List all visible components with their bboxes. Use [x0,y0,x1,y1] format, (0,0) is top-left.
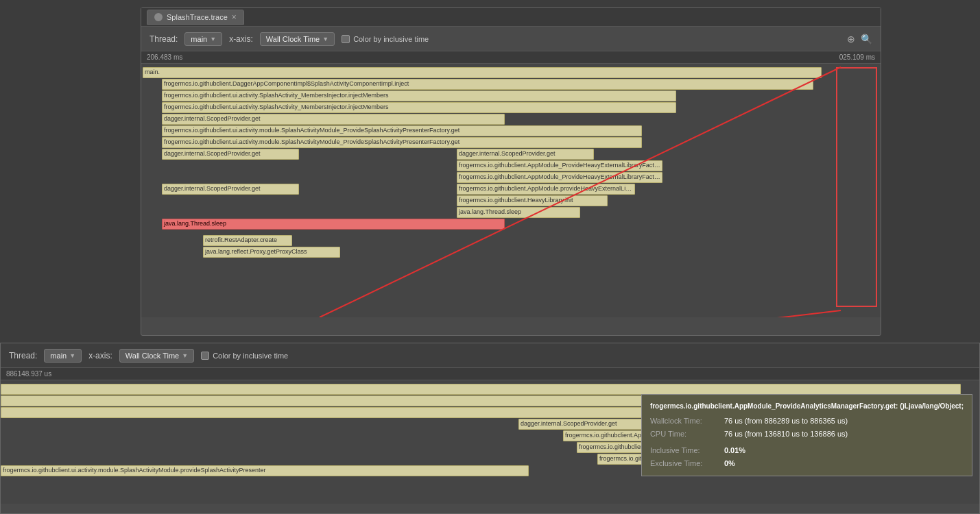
search-icon[interactable]: 🔍 [861,34,872,45]
color-label: Color by inclusive time [353,35,429,43]
color-checkbox[interactable]: Color by inclusive time [342,35,429,43]
flame-row[interactable]: dagger.internal.ScopedProvider.get [457,149,594,160]
tooltip-inclusive-value: 0.01% [724,444,745,457]
tab-bar: SplashTrace.trace × [141,8,881,27]
tooltip-exclusive-row: Exclusive Time: 0% [650,457,964,470]
thread-select[interactable]: main ▼ [184,32,222,46]
flame-row[interactable]: java.lang.Thread.sleep [162,219,505,230]
flame-row[interactable]: dagger.internal.ScopedProvider.get [162,114,505,125]
tooltip-cpu-row: CPU Time: 76 us (from 136810 us to 13688… [650,428,964,441]
top-ruler: 206.483 ms 025.109 ms [141,51,881,64]
bottom-color-checkbox[interactable]: Color by inclusive time [201,352,288,360]
flame-row[interactable]: frogermcs.io.githubclient.HeavyLibrary.i… [457,195,608,206]
flame-row[interactable]: java.lang.reflect.Proxy.getProxyClass [203,247,340,258]
tab-close-button[interactable]: × [232,12,237,22]
tooltip-wallclock-label: Wallclock Time: [650,415,719,428]
flame-row[interactable]: dagger.internal.ScopedProvider.get [518,419,656,430]
xaxis-label: x-axis: [229,34,253,44]
tooltip-wallclock-value: 76 us (from 886289 us to 886365 us) [724,415,848,428]
ruler-right: 025.109 ms [839,53,875,61]
bottom-ruler-left: 886148.937 us [6,370,51,378]
bottom-panel: Thread: main ▼ x-axis: Wall Clock Time ▼… [0,343,980,514]
tooltip: frogermcs.io.githubclient.AppModule_Prov… [641,394,972,476]
flame-row[interactable]: frogermcs.io.githubclient.ui.activity.Sp… [162,102,676,113]
xaxis-value: Wall Clock Time [266,35,320,43]
bottom-thread-label: Thread: [9,351,37,360]
tooltip-exclusive-value: 0% [724,457,735,470]
checkbox-box [342,35,350,43]
flame-row[interactable]: frogermcs.io.githubclient.AppModule.prov… [457,184,635,195]
tab-label: SplashTrace.trace [167,13,228,21]
flame-row[interactable]: frogermcs.io.githubclient.ui.activity.mo… [162,137,642,148]
flame-row[interactable]: frogermcs.io.githubclient.AppModule_Prov… [457,160,662,171]
tooltip-exclusive-label: Exclusive Time: [650,457,719,470]
xaxis-arrow-icon: ▼ [322,36,328,42]
bottom-thread-value: main [50,352,67,360]
flame-row[interactable]: frogermcs.io.githubclient.ui.activity.Sp… [162,90,676,101]
bottom-xaxis-label: x-axis: [88,351,112,360]
thread-value: main [191,35,207,43]
flame-row[interactable]: main. [143,67,822,78]
flame-row[interactable]: dagger.internal.ScopedProvider.get [162,149,299,160]
flame-row[interactable]: retrofit.RestAdapter.create [203,235,292,246]
thread-label: Thread: [150,34,178,44]
flame-row[interactable]: java.lang.Thread.sleep [457,207,580,218]
flame-row[interactable]: frogermcs.io.githubclient.ui.activity.mo… [162,125,642,136]
bottom-checkbox-box [201,352,209,360]
tooltip-wallclock-row: Wallclock Time: 76 us (from 886289 us to… [650,415,964,428]
flame-row[interactable]: frogermcs.io.githubclient.AppModule_Prov… [457,172,662,183]
bottom-thread-arrow-icon: ▼ [69,352,75,359]
bottom-flame-area[interactable]: dagger.internal.ScopedProvider.getfroger… [1,380,979,504]
bottom-xaxis-select[interactable]: Wall Clock Time ▼ [119,349,194,363]
tooltip-cpu-value: 76 us (from 136810 us to 136886 us) [724,428,848,441]
bottom-thread-select[interactable]: main ▼ [44,349,82,363]
flame-row[interactable]: frogermcs.io.githubclient.DaggerAppCompo… [162,79,813,90]
tab-item[interactable]: SplashTrace.trace × [147,10,244,25]
trace-icon [154,13,163,21]
top-panel: SplashTrace.trace × Thread: main ▼ x-axi… [141,7,881,336]
bottom-color-label: Color by inclusive time [213,352,288,360]
bottom-toolbar: Thread: main ▼ x-axis: Wall Clock Time ▼… [1,343,979,368]
flame-row[interactable]: dagger.internal.ScopedProvider.get [162,184,299,195]
thread-arrow-icon: ▼ [210,36,216,42]
ruler-left: 206.483 ms [147,53,182,61]
toolbar-right: ⊕ 🔍 [847,34,872,45]
flame-row[interactable]: frogermcs.io.githubclient.ui.activity.mo… [1,465,529,476]
flame-row[interactable] [1,384,961,395]
bottom-xaxis-arrow-icon: ▼ [182,352,188,359]
top-toolbar: Thread: main ▼ x-axis: Wall Clock Time ▼… [141,27,881,51]
tooltip-inclusive-row: Inclusive Time: 0.01% [650,444,964,457]
tooltip-cpu-label: CPU Time: [650,428,719,441]
top-flame-area[interactable]: main.frogermcs.io.githubclient.DaggerApp… [141,64,881,317]
bottom-xaxis-value: Wall Clock Time [126,352,179,360]
tooltip-title: frogermcs.io.githubclient.AppModule_Prov… [650,400,964,412]
bottom-ruler: 886148.937 us [1,368,979,380]
zoom-in-icon[interactable]: ⊕ [847,34,855,45]
xaxis-select[interactable]: Wall Clock Time ▼ [260,32,335,46]
tooltip-inclusive-label: Inclusive Time: [650,444,719,457]
